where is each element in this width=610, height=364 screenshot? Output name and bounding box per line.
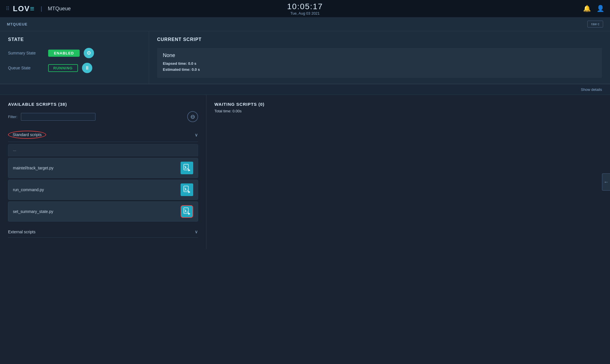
- queue-state-row: Queue State RUNNING ⏸: [8, 63, 141, 73]
- date-display: Tue, Aug 03 2021: [287, 11, 323, 15]
- current-script-name: None: [163, 52, 596, 58]
- script-name: set_summary_state.py: [13, 209, 53, 214]
- minus-icon: ⊖: [190, 113, 195, 120]
- raw-button[interactable]: raw c: [587, 21, 603, 28]
- external-scripts-chevron: ∨: [195, 229, 198, 234]
- run-script-button-annotated[interactable]: [181, 205, 193, 218]
- partial-script-name: ...: [13, 147, 16, 152]
- state-panel: STATE Summary State ENABLED ⚙ Queue Stat…: [0, 31, 149, 84]
- available-scripts-title: AVAILABLE SCRIPTS (38): [8, 102, 198, 107]
- top-navigation: ⠿ LOV≡ | MTQueue 10:05:17 Tue, Aug 03 20…: [0, 0, 610, 17]
- bell-icon[interactable]: 🔔: [583, 5, 591, 12]
- standard-scripts-label: Standard scripts: [8, 131, 46, 139]
- summary-state-row: Summary State ENABLED ⚙: [8, 48, 141, 58]
- script-name: maintel/track_target.py: [13, 166, 54, 170]
- waiting-scripts-title: WAITING SCRIPTS (0): [214, 102, 602, 107]
- section-header: MTQUEUE raw c: [0, 17, 610, 31]
- gear-icon-button[interactable]: ⚙: [84, 48, 94, 58]
- script-name: run_command.py: [13, 187, 44, 192]
- current-script-panel: CURRENT SCRIPT None Elapsed time: 0.0 s …: [149, 31, 610, 84]
- available-scripts-panel: AVAILABLE SCRIPTS (38) Filter: ⊖ Standar…: [0, 95, 206, 249]
- state-panel-title: STATE: [8, 37, 141, 42]
- show-details-bar: Show details: [0, 84, 610, 95]
- logo: LOV≡: [13, 4, 35, 13]
- nav-left: ⠿ LOV≡ | MTQueue: [6, 4, 71, 13]
- run-script-button[interactable]: [181, 162, 193, 174]
- queue-state-badge: RUNNING: [48, 64, 78, 72]
- filter-row: Filter: ⊖: [8, 111, 198, 122]
- summary-state-badge: ENABLED: [48, 50, 80, 57]
- external-scripts-label: External scripts: [8, 230, 36, 234]
- user-icon[interactable]: 👤: [597, 5, 604, 12]
- drag-icon: ⠿: [6, 5, 9, 12]
- estimated-time: Estimated time: 0.0 s: [163, 67, 596, 72]
- summary-state-label: Summary State: [8, 51, 48, 55]
- show-details-link[interactable]: Show details: [581, 87, 602, 92]
- total-time: Total time: 0.00s: [214, 109, 602, 113]
- main-content: MTQUEUE raw c STATE Summary State ENABLE…: [0, 17, 610, 249]
- svg-marker-5: [188, 191, 190, 193]
- gear-icon: ⚙: [87, 50, 91, 56]
- standard-scripts-group: Standard scripts ∨ ... maintel/track_tar…: [8, 128, 198, 222]
- section-title: MTQUEUE: [7, 22, 28, 26]
- list-item: run_command.py: [8, 180, 198, 200]
- filter-label: Filter:: [8, 115, 17, 119]
- collapse-button[interactable]: ⊖: [187, 111, 198, 122]
- app-title: MTQueue: [48, 6, 71, 12]
- run-script-icon-annotated: [183, 208, 191, 216]
- time-display: 10:05:17: [287, 2, 323, 11]
- current-script-title: CURRENT SCRIPT: [157, 37, 602, 42]
- pause-icon: ⏸: [85, 65, 90, 71]
- nav-center: 10:05:17 Tue, Aug 03 2021: [287, 2, 323, 15]
- side-arrow-button[interactable]: ←: [602, 173, 610, 191]
- standard-scripts-chevron: ∨: [195, 132, 198, 138]
- run-script-icon: [183, 186, 191, 194]
- external-scripts-header[interactable]: External scripts ∨: [8, 226, 198, 238]
- external-scripts-group: External scripts ∨: [8, 226, 198, 238]
- queue-state-label: Queue State: [8, 66, 48, 70]
- run-script-button[interactable]: [181, 183, 193, 196]
- nav-right: 🔔 👤: [583, 5, 604, 12]
- top-panels: STATE Summary State ENABLED ⚙ Queue Stat…: [0, 31, 610, 84]
- filter-input[interactable]: [21, 113, 95, 121]
- run-script-icon: [183, 164, 191, 172]
- list-item: set_summary_state.py: [8, 201, 198, 222]
- elapsed-time: Elapsed time: 0.0 s: [163, 61, 596, 66]
- current-script-box: None Elapsed time: 0.0 s Estimated time:…: [157, 48, 602, 78]
- svg-marker-8: [188, 213, 190, 215]
- scripts-area: AVAILABLE SCRIPTS (38) Filter: ⊖ Standar…: [0, 95, 610, 249]
- waiting-scripts-panel: WAITING SCRIPTS (0) Total time: 0.00s: [206, 95, 610, 249]
- pause-icon-button[interactable]: ⏸: [82, 63, 92, 73]
- script-item-partial: ...: [8, 144, 198, 156]
- list-item: maintel/track_target.py: [8, 158, 198, 178]
- left-arrow-icon: ←: [604, 179, 609, 185]
- svg-marker-2: [188, 169, 190, 171]
- standard-scripts-header[interactable]: Standard scripts ∨: [8, 128, 198, 142]
- nav-divider: |: [41, 5, 42, 12]
